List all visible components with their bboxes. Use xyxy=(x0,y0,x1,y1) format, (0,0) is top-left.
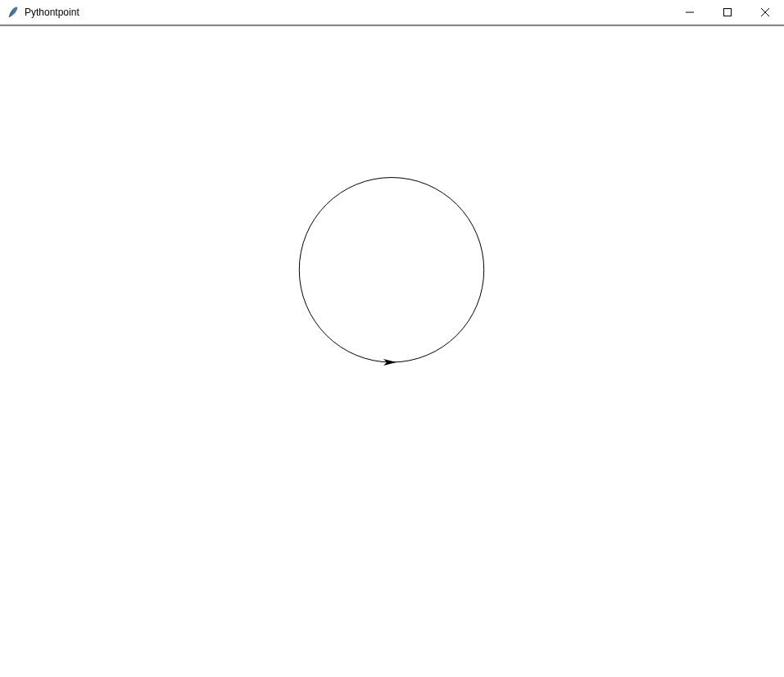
minimize-button[interactable] xyxy=(671,0,709,24)
titlebar: Pythontpoint xyxy=(0,0,784,25)
window-controls xyxy=(671,0,784,24)
window-title: Pythontpoint xyxy=(25,7,671,18)
maximize-button[interactable] xyxy=(709,0,746,24)
close-button[interactable] xyxy=(746,0,784,24)
turtle-canvas xyxy=(0,26,784,677)
tk-feather-icon xyxy=(7,6,20,19)
svg-rect-1 xyxy=(724,8,732,16)
turtle-canvas-container xyxy=(0,25,784,677)
drawn-circle xyxy=(299,178,483,362)
